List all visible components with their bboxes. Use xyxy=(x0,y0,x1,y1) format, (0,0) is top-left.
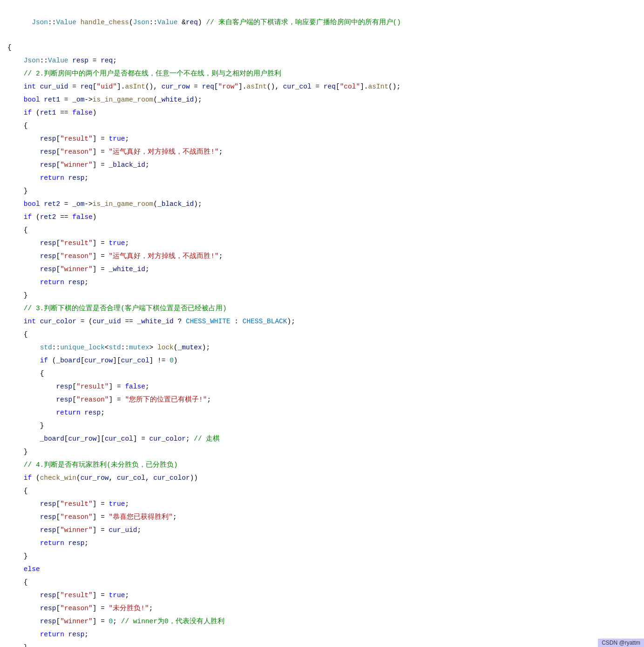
code-line-47: return resp; xyxy=(0,628,644,641)
code-line-40: return resp; xyxy=(0,537,644,550)
code-line-16: { xyxy=(0,224,644,237)
code-line-11: resp["winner"] = _black_id; xyxy=(0,158,644,171)
code-line-26: if (_board[cur_row][cur_col] != 0) xyxy=(0,354,644,367)
code-line-27: { xyxy=(0,367,644,380)
code-line-37: resp["result"] = true; xyxy=(0,497,644,511)
code-line-39: resp["winner"] = cur_uid; xyxy=(0,524,644,537)
code-line-46: resp["winner"] = 0; // winner为0，代表没有人胜利 xyxy=(0,615,644,628)
code-line-9: resp["result"] = true; xyxy=(0,132,644,145)
code-line-13: } xyxy=(0,184,644,198)
code-line-21: } xyxy=(0,289,644,302)
code-line-8: { xyxy=(0,119,644,132)
code-line-23: int cur_color = (cur_uid == _white_id ? … xyxy=(0,315,644,328)
code-line-44: resp["result"] = true; xyxy=(0,589,644,602)
code-line-3: Json::Value resp = req; xyxy=(0,54,644,67)
code-line-28: resp["result"] = false; xyxy=(0,380,644,393)
watermark: CSDN @ryattm xyxy=(598,639,644,647)
code-line-43: { xyxy=(0,576,644,589)
code-line-6: bool ret1 = _om->is_in_game_room(_white_… xyxy=(0,93,644,106)
code-line-20: return resp; xyxy=(0,276,644,289)
code-line-30: return resp; xyxy=(0,406,644,419)
code-line-34: // 4.判断是否有玩家胜利(未分胜负，已分胜负) xyxy=(0,458,644,471)
code-line-32: _board[cur_row][cur_col] = cur_color; //… xyxy=(0,432,644,445)
code-line-19: resp["winner"] = _white_id; xyxy=(0,263,644,276)
code-line-35: if (check_win(cur_row, cur_col, cur_colo… xyxy=(0,471,644,484)
code-line-18: resp["reason"] = "运气真好，对方掉线，不战而胜!"; xyxy=(0,250,644,263)
code-line-41: } xyxy=(0,550,644,563)
code-line-7: if (ret1 == false) xyxy=(0,106,644,119)
code-line-25: std::unique_lock<std::mutex> lock(_mutex… xyxy=(0,341,644,354)
code-line-15: if (ret2 == false) xyxy=(0,211,644,224)
code-line-14: bool ret2 = _om->is_in_game_room(_black_… xyxy=(0,198,644,211)
code-line-17: resp["result"] = true; xyxy=(0,237,644,250)
code-line-29: resp["reason"] = "您所下的位置已有棋子!"; xyxy=(0,393,644,406)
code-line-10: resp["reason"] = "运气真好，对方掉线，不战而胜!"; xyxy=(0,145,644,158)
code-line-48: } xyxy=(0,641,644,647)
code-line-33: } xyxy=(0,445,644,458)
code-line-36: { xyxy=(0,484,644,497)
code-line-42: else xyxy=(0,563,644,576)
code-line-4: // 2.判断房间中的两个用户是否都在线，任意一个不在线，则与之相对的用户胜利 xyxy=(0,67,644,80)
code-line-38: resp["reason"] = "恭喜您已获得胜利"; xyxy=(0,511,644,524)
code-line-22: // 3.判断下棋的位置是否合理(客户端下棋位置是否已经被占用) xyxy=(0,302,644,315)
code-line-12: return resp; xyxy=(0,171,644,184)
code-line-1: Json::Value handle_chess(Json::Value &re… xyxy=(0,4,644,41)
code-line-45: resp["reason"] = "未分胜负!"; xyxy=(0,602,644,615)
code-editor: Json::Value handle_chess(Json::Value &re… xyxy=(0,0,644,647)
code-line-31: } xyxy=(0,419,644,432)
code-line-24: { xyxy=(0,328,644,341)
code-line-2: { xyxy=(0,41,644,54)
code-line-5: int cur_uid = req["uid"].asInt(), cur_ro… xyxy=(0,80,644,93)
